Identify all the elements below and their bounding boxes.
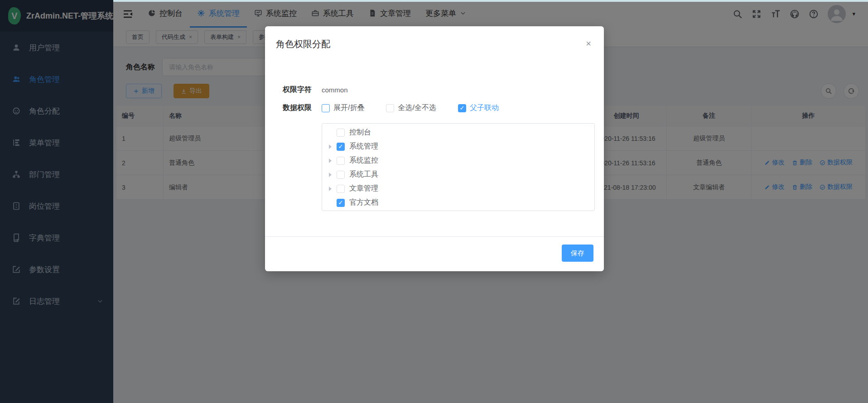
perm-char-value: common [322,86,348,94]
footer-divider [265,236,604,237]
tree-checkbox[interactable]: ✓ [337,199,345,207]
app-screen: V ZrAdmin.NET-管理系统 用户管理角色管理角色分配菜单管理部门管理岗… [0,0,868,403]
tree-node-label: 系统工具 [349,170,378,179]
tree-checkbox[interactable] [337,157,345,165]
expand-caret-icon[interactable] [328,144,333,149]
checkbox-box[interactable]: ✓ [458,104,466,112]
tree-checkbox[interactable]: ✓ [337,143,345,151]
checkbox-label: 全选/全不选 [398,103,436,113]
tree-checkbox[interactable] [337,185,345,193]
menu-permission-tree: 控制台✓系统管理系统监控系统工具文章管理✓官方文档 [322,123,595,211]
progress-bar [113,0,868,2]
tree-node-系统管理[interactable]: ✓系统管理 [322,139,594,154]
tree-checkbox[interactable] [337,171,345,179]
checkbox-展开/折叠[interactable]: 展开/折叠 [322,103,364,113]
tree-node-label: 系统管理 [349,142,378,151]
checkbox-父子联动[interactable]: ✓父子联动 [458,103,499,113]
tree-node-label: 文章管理 [349,184,378,193]
tree-node-系统监控[interactable]: 系统监控 [322,154,594,168]
checkbox-label: 父子联动 [470,103,499,113]
dialog-title: 角色权限分配 [276,38,330,50]
expand-caret-icon[interactable] [328,187,333,191]
data-perm-label: 数据权限 [283,103,322,113]
tree-node-官方文档[interactable]: ✓官方文档 [322,196,594,210]
data-perm-row: 数据权限 展开/折叠全选/全不选✓父子联动 [283,103,499,113]
perm-char-row: 权限字符 common [283,85,348,95]
perm-char-label: 权限字符 [283,85,322,95]
expand-caret-icon[interactable] [328,173,333,177]
tree-checkbox[interactable] [337,129,345,137]
checkbox-全选/全不选[interactable]: 全选/全不选 [386,103,436,113]
tree-options: 展开/折叠全选/全不选✓父子联动 [322,103,499,113]
save-button[interactable]: 保存 [562,245,593,262]
tree-node-label: 官方文档 [349,198,378,207]
checkbox-box[interactable] [386,104,394,112]
tree-node-label: 控制台 [349,128,371,137]
checkbox-label: 展开/折叠 [333,103,364,113]
role-permission-dialog: 角色权限分配 × 权限字符 common 数据权限 展开/折叠全选/全不选✓父子… [265,26,604,271]
tree-node-label: 系统监控 [349,156,378,165]
tree-node-文章管理[interactable]: 文章管理 [322,182,594,196]
close-icon[interactable]: × [586,39,591,48]
tree-node-控制台[interactable]: 控制台 [322,125,594,139]
tree-node-系统工具[interactable]: 系统工具 [322,168,594,182]
expand-caret-icon[interactable] [328,158,333,163]
checkbox-box[interactable] [322,104,330,112]
